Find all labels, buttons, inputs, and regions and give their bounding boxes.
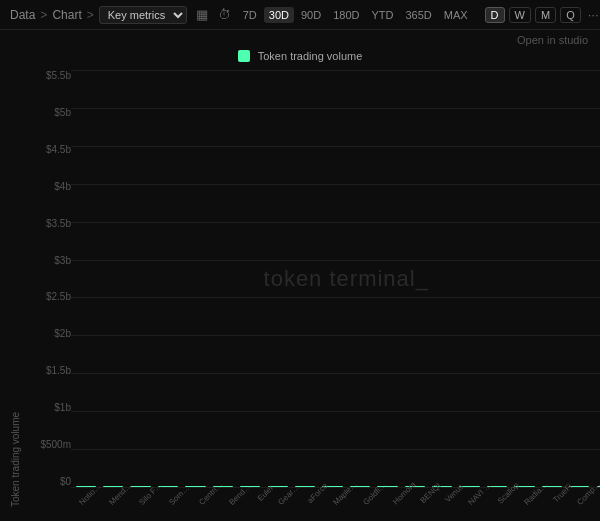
breadcrumb-sep2: > — [87, 8, 94, 22]
period-buttons: DWMQ — [483, 7, 581, 23]
chart-area: Token trading volume Token trading volum… — [0, 50, 600, 517]
x-label-group: Somm Finance — [163, 490, 193, 499]
y-tick: $3b — [54, 255, 71, 266]
time-btn-30d[interactable]: 30D — [264, 7, 294, 23]
y-tick: $1.5b — [46, 365, 71, 376]
x-label-group: Radiant Capital — [518, 490, 548, 499]
y-tick: $5.5b — [46, 70, 71, 81]
x-label-group: Silo Finance — [133, 490, 163, 499]
y-tick: $1b — [54, 402, 71, 413]
breadcrumb: Data > Chart > Key metrics — [10, 6, 187, 24]
x-label-group: aForce — [302, 490, 327, 499]
x-label-group: TrueFi — [548, 490, 571, 499]
x-label-group: Goldfinch — [357, 490, 387, 499]
header-controls: ▦ ⏱ 7D30D90D180DYTD365DMAX DWMQ ··· — [193, 6, 600, 23]
period-btn-d[interactable]: D — [485, 7, 505, 23]
period-btn-m[interactable]: M — [535, 7, 556, 23]
x-axis: Notional FinanceMend FinanceSilo Finance… — [71, 487, 600, 507]
x-label-group: Centrifuge — [193, 490, 223, 499]
x-label-group: Compound — [571, 490, 600, 499]
time-btn-90d[interactable]: 90D — [296, 7, 326, 23]
clock-icon-btn[interactable]: ⏱ — [215, 6, 234, 23]
header: Data > Chart > Key metrics ▦ ⏱ 7D30D90D1… — [0, 0, 600, 30]
x-label-group: Notional Finance — [73, 490, 103, 499]
chart-icon-btn[interactable]: ▦ — [193, 6, 211, 23]
grid-and-bars: token terminal_ — [71, 70, 600, 487]
x-label-group: BendDAO — [223, 490, 253, 499]
time-btn-365d[interactable]: 365D — [400, 7, 436, 23]
y-axis: $5.5b$5b$4.5b$4b$3.5b$3b$2.5b$2b$1.5b$1b… — [25, 70, 71, 507]
x-label-group: Maple Finance — [327, 490, 357, 499]
legend-color — [238, 50, 250, 62]
x-label-group: Homora — [387, 490, 415, 499]
time-btn-max[interactable]: MAX — [439, 7, 473, 23]
y-tick: $4b — [54, 181, 71, 192]
y-tick: $500m — [40, 439, 71, 450]
x-label-group: NAVI Protocol — [462, 490, 492, 499]
x-label-group: Mend Finance — [103, 490, 133, 499]
y-tick: $4.5b — [46, 144, 71, 155]
time-btn-7d[interactable]: 7D — [238, 7, 262, 23]
plot-area: token terminal_ Notional FinanceMend Fin… — [71, 70, 600, 507]
period-btn-q[interactable]: Q — [560, 7, 581, 23]
metric-select[interactable]: Key metrics — [99, 6, 187, 24]
legend-label: Token trading volume — [258, 50, 363, 62]
time-btn-ytd[interactable]: YTD — [366, 7, 398, 23]
time-buttons: 7D30D90D180DYTD365DMAX — [238, 7, 473, 23]
breadcrumb-chart: Chart — [52, 8, 81, 22]
y-tick: $0 — [60, 476, 71, 487]
legend: Token trading volume — [10, 50, 590, 62]
more-icon-btn[interactable]: ··· — [585, 6, 600, 23]
breadcrumb-sep1: > — [40, 8, 47, 22]
x-label-group: Scallop — [492, 490, 518, 499]
x-label-group: Gearbox — [272, 490, 302, 499]
y-tick: $3.5b — [46, 218, 71, 229]
period-btn-w[interactable]: W — [509, 7, 531, 23]
y-tick: $2b — [54, 328, 71, 339]
breadcrumb-data: Data — [10, 8, 35, 22]
x-label-group: BENQI — [415, 490, 440, 499]
y-tick: $2.5b — [46, 291, 71, 302]
time-btn-180d[interactable]: 180D — [328, 7, 364, 23]
studio-bar: Open in studio — [0, 30, 600, 50]
y-axis-label: Token trading volume — [10, 70, 21, 507]
x-label-group: Venus — [440, 490, 462, 499]
chart-inner: Token trading volume $5.5b$5b$4.5b$4b$3.… — [10, 70, 590, 507]
open-studio-link[interactable]: Open in studio — [517, 34, 588, 46]
x-label-group: Euler — [253, 490, 272, 499]
bars-container — [71, 70, 600, 487]
y-tick: $5b — [54, 107, 71, 118]
